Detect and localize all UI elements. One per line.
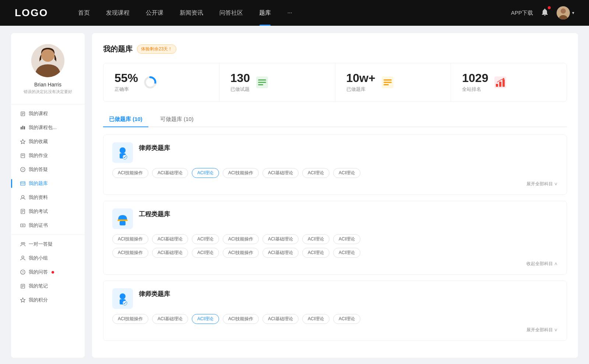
- svg-rect-60: [120, 221, 126, 225]
- stat-done-questions: 130 已做试题: [219, 63, 335, 101]
- bank-tag-1-2[interactable]: ACI理论: [192, 168, 219, 178]
- favorites-icon: [20, 139, 26, 144]
- tabs-row: 已做题库 (10) 可做题库 (10): [103, 112, 567, 127]
- expand-btn-3[interactable]: 展开全部科目 ∨: [526, 327, 558, 333]
- nav-more[interactable]: ···: [279, 0, 300, 26]
- bank-tag-3-5[interactable]: ACI理论: [302, 314, 329, 324]
- my-exam-icon: [20, 208, 26, 214]
- trial-badge: 体验剩余23天！: [137, 44, 176, 54]
- nav-news[interactable]: 新闻资讯: [172, 0, 211, 26]
- bank-tag-2-0[interactable]: ACI技能操作: [112, 234, 148, 244]
- svg-rect-11: [24, 126, 25, 130]
- bank-tag-2-6[interactable]: ACI理论: [333, 234, 360, 244]
- bank-tag-2-3[interactable]: ACI技能操作: [223, 234, 259, 244]
- tab-available-banks[interactable]: 可做题库 (10): [154, 112, 200, 126]
- bank-tag-1-0[interactable]: ACI技能操作: [112, 168, 148, 178]
- bank-tag-1-5[interactable]: ACI理论: [302, 168, 329, 178]
- app-download-link[interactable]: APP下载: [511, 10, 533, 17]
- certificate-icon: [20, 222, 26, 228]
- nav-chevron-icon: ▾: [572, 10, 574, 15]
- svg-point-54: [503, 78, 504, 79]
- sidebar-item-favorites[interactable]: 我的收藏: [11, 135, 85, 149]
- nav-home[interactable]: 首页: [70, 0, 98, 26]
- bank-card-header-3: 律师类题库: [112, 288, 558, 309]
- bank-tag-2-8[interactable]: ACI基础理论: [152, 248, 188, 258]
- course-pack-icon: [20, 125, 26, 131]
- bank-tag-1-4[interactable]: ACI基础理论: [262, 168, 299, 178]
- nav-links: 首页 发现课程 公开课 新闻资讯 问答社区 题库 ···: [70, 0, 511, 26]
- bank-tag-2-10[interactable]: ACI技能操作: [223, 248, 259, 258]
- bank-tag-2-12[interactable]: ACI理论: [302, 248, 329, 258]
- bank-tag-2-1[interactable]: ACI基础理论: [152, 234, 188, 244]
- sidebar-label-my-bank: 我的题库: [29, 180, 48, 187]
- bank-tags-3: ACI技能操作 ACI基础理论 ACI理论 ACI技能操作 ACI基础理论 AC…: [112, 314, 558, 324]
- nav-questionbank[interactable]: 题库: [251, 0, 279, 26]
- sidebar-item-my-notes[interactable]: 我的笔记: [11, 279, 85, 293]
- questions-icon: ?: [20, 167, 26, 172]
- main-content: 我的题库 体验剩余23天！ 55% 正确率: [92, 33, 578, 358]
- sidebar-label-one-on-one: 一对一答疑: [29, 241, 53, 247]
- svg-rect-45: [258, 84, 263, 85]
- sidebar-item-my-points[interactable]: 我的积分: [11, 293, 85, 307]
- bank-tag-1-3[interactable]: ACI技能操作: [223, 168, 259, 178]
- sidebar-item-my-exam[interactable]: 我的考试: [11, 204, 85, 218]
- sidebar-item-my-course[interactable]: 我的课程: [11, 107, 85, 121]
- bank-tag-3-4[interactable]: ACI基础理论: [262, 314, 299, 324]
- sidebar-menu: 我的课程 我的课程包... 我的收藏 我的作业: [11, 107, 85, 307]
- navbar: LOGO 首页 发现课程 公开课 新闻资讯 问答社区 题库 ··· APP下载 …: [0, 0, 589, 26]
- bank-tag-1-1[interactable]: ACI基础理论: [152, 168, 188, 178]
- bank-card-header-2: 工程类题库: [112, 208, 558, 229]
- svg-rect-44: [258, 82, 266, 83]
- sidebar-item-my-bank[interactable]: 我的题库: [11, 176, 85, 190]
- bank-tag-1-6[interactable]: ACI理论: [333, 168, 360, 178]
- nav-discover[interactable]: 发现课程: [98, 0, 138, 26]
- svg-point-1: [561, 8, 566, 14]
- expand-btn-2[interactable]: 收起全部科目 ∧: [526, 261, 558, 267]
- user-avatar-nav[interactable]: ▾: [557, 6, 574, 19]
- sidebar-divider-2: [11, 235, 85, 235]
- tab-done-banks[interactable]: 已做题库 (10): [103, 112, 148, 126]
- bank-tag-3-2[interactable]: ACI理论: [192, 314, 219, 324]
- logo[interactable]: LOGO: [15, 7, 48, 19]
- expand-btn-1[interactable]: 展开全部科目 ∨: [526, 181, 558, 187]
- bank-tag-2-13[interactable]: ACI理论: [333, 248, 360, 258]
- sidebar-label-course-pack: 我的课程包...: [29, 124, 57, 131]
- svg-rect-9: [21, 127, 22, 129]
- bank-tag-2-2[interactable]: ACI理论: [192, 234, 219, 244]
- sidebar-label-questions: 我的答疑: [29, 166, 48, 173]
- sidebar-item-my-data[interactable]: 我的资料: [11, 190, 85, 204]
- bank-card-header-1: 律师类题库: [112, 142, 558, 163]
- sidebar-item-homework[interactable]: 我的作业: [11, 149, 85, 163]
- bank-tag-3-6[interactable]: ACI理论: [333, 314, 360, 324]
- bank-tag-2-4[interactable]: ACI基础理论: [262, 234, 299, 244]
- stat-rank: 1029 全站排名: [451, 63, 567, 101]
- my-bank-icon: [20, 181, 26, 186]
- nav-qa[interactable]: 问答社区: [211, 0, 251, 26]
- my-qa-icon: ?: [20, 269, 26, 275]
- bank-tag-2-11[interactable]: ACI基础理论: [262, 248, 299, 258]
- svg-rect-51: [496, 84, 498, 87]
- bank-tag-2-7[interactable]: ACI技能操作: [112, 248, 148, 258]
- stat-value-rank: 1029: [462, 72, 488, 84]
- svg-point-30: [23, 243, 25, 245]
- bank-tag-3-0[interactable]: ACI技能操作: [112, 314, 148, 324]
- bank-tag-3-3[interactable]: ACI技能操作: [223, 314, 259, 324]
- sidebar-item-course-pack[interactable]: 我的课程包...: [11, 121, 85, 135]
- page-header: 我的题库 体验剩余23天！: [103, 44, 567, 54]
- svg-rect-52: [499, 82, 501, 87]
- svg-rect-49: [384, 84, 389, 85]
- sidebar-item-questions[interactable]: ? 我的答疑: [11, 163, 85, 176]
- svg-rect-27: [21, 224, 25, 227]
- my-group-icon: [20, 255, 26, 261]
- nav-openclass[interactable]: 公开课: [138, 0, 172, 26]
- sidebar-item-my-qa[interactable]: ? 我的问答: [11, 265, 85, 279]
- bank-tag-2-5[interactable]: ACI理论: [302, 234, 329, 244]
- svg-rect-59: [117, 220, 128, 221]
- sidebar-item-certificate[interactable]: 我的证书: [11, 218, 85, 232]
- sidebar-item-my-group[interactable]: 我的小组: [11, 251, 85, 265]
- svg-point-22: [22, 196, 24, 198]
- sidebar-item-one-on-one[interactable]: 一对一答疑: [11, 237, 85, 251]
- bank-tag-3-1[interactable]: ACI基础理论: [152, 314, 188, 324]
- notification-bell[interactable]: [540, 8, 549, 18]
- bank-tag-2-9[interactable]: ACI理论: [192, 248, 219, 258]
